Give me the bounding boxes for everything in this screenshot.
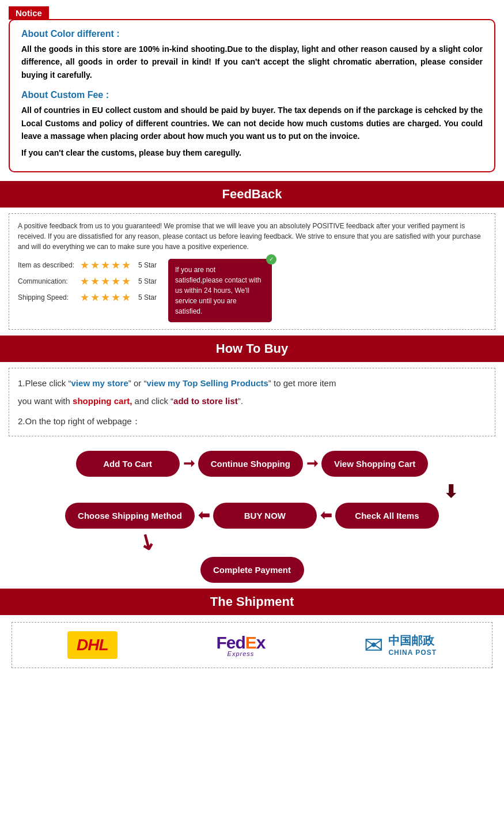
stars-comm: ★ ★ ★ ★ ★ bbox=[80, 275, 131, 288]
star-label-comm: 5 Star bbox=[138, 277, 157, 285]
howtobuy-step2: 2.On the top right of webpage： bbox=[18, 413, 486, 429]
arrow-down-container: ⬇ bbox=[12, 481, 492, 502]
shipment-section: DHL FedEx Express ✉ 中国邮政 CHINA POST bbox=[0, 615, 504, 675]
star-label-ship: 5 Star bbox=[138, 293, 157, 301]
feedback-box: A positive feedback from us to you guara… bbox=[9, 213, 495, 330]
star-s3: ★ bbox=[101, 291, 110, 304]
color-different-text: All the goods in this store are 100% in-… bbox=[21, 43, 483, 81]
step1b-mid: and click “ bbox=[132, 396, 173, 406]
howtobuy-section: 1.Plese click “view my store” or “view m… bbox=[0, 362, 504, 442]
fedex-wordmark: FedEx bbox=[216, 633, 265, 653]
shipment-header: The Shipment bbox=[0, 589, 504, 615]
rating-row-item: Item as described: ★ ★ ★ ★ ★ 5 Star bbox=[18, 259, 157, 272]
star-4: ★ bbox=[111, 259, 120, 272]
choose-shipping-button[interactable]: Choose Shipping Method bbox=[65, 503, 195, 529]
flowchart-section: Add To Cart ➞ Continue Shopping ➞ View S… bbox=[0, 442, 504, 589]
howtobuy-header: How To Buy bbox=[0, 336, 504, 362]
star-c2: ★ bbox=[90, 275, 100, 288]
flow-row-3: Complete Payment bbox=[12, 557, 492, 583]
star-2: ★ bbox=[90, 259, 100, 272]
flow-row-1: Add To Cart ➞ Continue Shopping ➞ View S… bbox=[12, 451, 492, 477]
star-c1: ★ bbox=[80, 275, 89, 288]
custom-fee-text1: All of countries in EU collect custom an… bbox=[21, 104, 483, 142]
rating-row-ship: Shipping Speed: ★ ★ ★ ★ ★ 5 Star bbox=[18, 291, 157, 304]
chinapost-en-text: CHINA POST bbox=[388, 649, 437, 657]
stars-ship: ★ ★ ★ ★ ★ bbox=[80, 291, 131, 304]
arrow-left-1: ⬅ bbox=[198, 507, 210, 523]
step1b-end: ”. bbox=[238, 396, 243, 406]
fedex-ex-letters: E bbox=[245, 633, 256, 652]
feedback-header: FeedBack bbox=[0, 181, 504, 208]
ratings-table: Item as described: ★ ★ ★ ★ ★ 5 Star Comm… bbox=[18, 259, 157, 307]
buy-now-button[interactable]: BUY NOW bbox=[213, 503, 317, 529]
arrow-right-1: ➞ bbox=[183, 455, 195, 472]
arrow-diag-icon: ↘ bbox=[134, 527, 161, 556]
step1b-prefix: you want with bbox=[18, 396, 73, 406]
star-c4: ★ bbox=[111, 275, 120, 288]
chinapost-cn-text: 中国邮政 bbox=[388, 633, 434, 649]
add-to-cart-button[interactable]: Add To Cart bbox=[76, 451, 180, 477]
feedback-description: A positive feedback from us to you guara… bbox=[18, 221, 486, 252]
rating-label-ship: Shipping Speed: bbox=[18, 293, 75, 301]
satisfaction-box: If you are not satisfied,please contact … bbox=[168, 259, 272, 322]
howtobuy-step1b: you want with shopping cart, and click “… bbox=[18, 393, 486, 409]
color-different-title: About Color different : bbox=[21, 29, 483, 39]
rating-label-item: Item as described: bbox=[18, 261, 75, 269]
star-c5: ★ bbox=[122, 275, 131, 288]
star-5: ★ bbox=[122, 259, 131, 272]
rating-row-comm: Communication: ★ ★ ★ ★ ★ 5 Star bbox=[18, 275, 157, 288]
link-view-store[interactable]: view my store bbox=[71, 378, 128, 388]
step1-suffix: ” to get more item bbox=[268, 378, 336, 388]
star-s5: ★ bbox=[122, 291, 131, 304]
chinapost-icon: ✉ bbox=[364, 632, 384, 658]
star-1: ★ bbox=[80, 259, 89, 272]
complete-payment-button[interactable]: Complete Payment bbox=[200, 557, 304, 583]
dhl-text: DHL bbox=[77, 636, 108, 654]
arrow-right-2: ➞ bbox=[306, 455, 318, 472]
fedex-x-letter: x bbox=[256, 633, 266, 652]
fedex-fe-letters: Fed bbox=[216, 633, 245, 652]
arrow-left-2: ⬅ bbox=[320, 507, 332, 523]
star-c3: ★ bbox=[101, 275, 110, 288]
star-label-item: 5 Star bbox=[138, 261, 157, 269]
custom-fee-text2: If you can't clear the customs, please b… bbox=[21, 146, 483, 159]
notice-box: About Color different : All the goods in… bbox=[9, 19, 495, 172]
star-3: ★ bbox=[101, 259, 110, 272]
stars-item: ★ ★ ★ ★ ★ bbox=[80, 259, 131, 272]
flow-row-2: Choose Shipping Method ⬅ BUY NOW ⬅ Check… bbox=[12, 503, 492, 529]
dhl-logo: DHL bbox=[67, 631, 118, 659]
ratings-container: Item as described: ★ ★ ★ ★ ★ 5 Star Comm… bbox=[18, 259, 486, 322]
link-shopping-cart[interactable]: shopping cart, bbox=[73, 396, 132, 406]
arrow-down-icon: ⬇ bbox=[444, 481, 458, 502]
link-add-store-list[interactable]: add to store list bbox=[173, 396, 238, 406]
shipment-logos: DHL FedEx Express ✉ 中国邮政 CHINA POST bbox=[12, 622, 492, 668]
continue-shopping-button[interactable]: Continue Shopping bbox=[198, 451, 303, 477]
fedex-logo: FedEx Express bbox=[216, 633, 265, 657]
view-shopping-cart-button[interactable]: View Shopping Cart bbox=[321, 451, 428, 477]
custom-fee-title: About Custom Fee : bbox=[21, 90, 483, 100]
link-top-selling[interactable]: view my Top Selling Products bbox=[146, 378, 268, 388]
step1-mid: ” or “ bbox=[128, 378, 147, 388]
star-s2: ★ bbox=[90, 291, 100, 304]
notice-tab: Notice bbox=[9, 6, 49, 20]
howtobuy-step1: 1.Plese click “view my store” or “view m… bbox=[18, 375, 486, 391]
star-s1: ★ bbox=[80, 291, 89, 304]
step1-prefix: 1.Plese click “ bbox=[18, 378, 71, 388]
howtobuy-box: 1.Plese click “view my store” or “view m… bbox=[9, 368, 495, 436]
feedback-section: A positive feedback from us to you guara… bbox=[0, 208, 504, 336]
notice-section: Notice About Color different : All the g… bbox=[0, 0, 504, 181]
chinapost-logo: ✉ 中国邮政 CHINA POST bbox=[364, 632, 437, 658]
rating-label-comm: Communication: bbox=[18, 277, 75, 285]
star-s4: ★ bbox=[111, 291, 120, 304]
chinapost-text-block: 中国邮政 CHINA POST bbox=[388, 633, 437, 657]
check-all-items-button[interactable]: Check All Items bbox=[335, 503, 439, 529]
arrow-diag-container: ↘ bbox=[12, 530, 492, 554]
